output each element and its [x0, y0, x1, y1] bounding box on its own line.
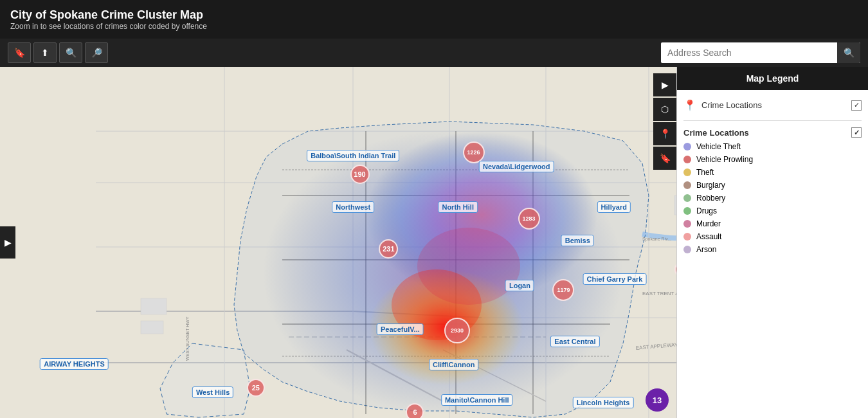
crime-type-label: Burglary [696, 181, 725, 190]
left-panel-toggle[interactable]: ▶ [0, 226, 15, 259]
cluster-marker[interactable]: 1283 [518, 208, 540, 230]
crime-type-item: Assault [683, 230, 862, 243]
location-pin-icon: 📍 [683, 99, 696, 111]
crime-type-label: Theft [696, 168, 714, 177]
cluster-marker[interactable]: 190 [350, 165, 370, 184]
svg-rect-22 [141, 298, 167, 314]
crime-type-label: Murder [696, 219, 721, 228]
crime-locations-checkbox[interactable]: ✓ [851, 100, 862, 111]
legend-divider-1 [683, 120, 862, 121]
zoom-out-button[interactable]: 🔎 [85, 42, 108, 63]
crime-type-label: Vehicle Prowling [696, 155, 753, 164]
cluster-marker[interactable]: 25 [247, 379, 265, 397]
share-button[interactable]: ⬆ [33, 42, 57, 63]
address-search-input[interactable] [661, 44, 837, 62]
bottom-badge[interactable]: 13 [646, 388, 669, 412]
crime-type-item: Theft [683, 166, 862, 179]
page-subtitle: Zoom in to see locations of crimes color… [10, 22, 858, 31]
crime-dot [683, 168, 691, 176]
cluster-marker[interactable]: 1179 [552, 279, 574, 301]
crime-type-label: Drugs [696, 206, 717, 215]
crime-type-item: Robbery [683, 192, 862, 204]
crime-type-label: Arson [696, 245, 716, 254]
arrow-right-icon: ▶ [5, 237, 12, 248]
map-tool-bookmark-button[interactable]: 🔖 [653, 147, 676, 170]
cluster-marker[interactable]: 231 [379, 239, 398, 259]
svg-text:Spokane Riv...: Spokane Riv... [642, 237, 671, 242]
legend-title: Map Legend [746, 73, 799, 84]
crime-dot [683, 220, 691, 228]
crime-dot [683, 194, 691, 202]
legend-crime-locations-section: 📍 Crime Locations ✓ [683, 96, 862, 114]
crime-type-item: Drugs [683, 204, 862, 217]
map-tool-layers-button[interactable]: ⬡ [653, 98, 676, 121]
crime-dot [683, 181, 691, 189]
search-button[interactable]: 🔍 [837, 42, 860, 63]
crime-type-item: Murder [683, 217, 862, 230]
cluster-marker[interactable]: 2930 [444, 318, 470, 343]
crime-types-all-checkbox[interactable]: ✓ [851, 127, 862, 138]
crime-dot [683, 156, 691, 163]
legend-crime-types-section: Crime Locations ✓ Vehicle Theft Vehicle … [683, 125, 862, 256]
svg-rect-23 [141, 321, 163, 334]
crime-type-label: Robbery [696, 194, 725, 203]
bookmark-button[interactable]: 🔖 [8, 42, 31, 63]
cluster-marker[interactable]: 6 [406, 403, 424, 418]
cluster-marker[interactable]: 1226 [463, 141, 485, 163]
map-tool-button-1[interactable]: ▶ [653, 73, 676, 96]
map-toolbar: ▶ ⬡ 📍 🔖 [653, 73, 676, 170]
crime-type-item: Vehicle Theft [683, 140, 862, 153]
page-title: City of Spokane Crime Cluster Map [10, 8, 858, 22]
crime-locations-label: Crime Locations [701, 100, 846, 110]
crime-dot [683, 246, 691, 253]
crime-dot [683, 143, 691, 150]
badge-count: 13 [653, 395, 662, 405]
crime-type-item: Vehicle Prowling [683, 153, 862, 166]
crime-dot [683, 233, 691, 241]
crime-type-item: Arson [683, 243, 862, 256]
legend-header: Map Legend [677, 67, 868, 90]
map-tool-pin-button[interactable]: 📍 [653, 122, 676, 145]
zoom-in-button[interactable]: 🔍 [59, 42, 82, 63]
crime-type-label: Assault [696, 232, 721, 241]
crime-type-item: Burglary [683, 179, 862, 192]
legend-panel: Map Legend 📍 Crime Locations ✓ Crime Loc… [676, 67, 868, 418]
crime-types-header-label: Crime Locations [683, 128, 749, 138]
svg-text:WEST SUNSET HWY: WEST SUNSET HWY [185, 316, 190, 361]
crime-type-label: Vehicle Theft [696, 142, 741, 151]
crime-dot [683, 207, 691, 215]
